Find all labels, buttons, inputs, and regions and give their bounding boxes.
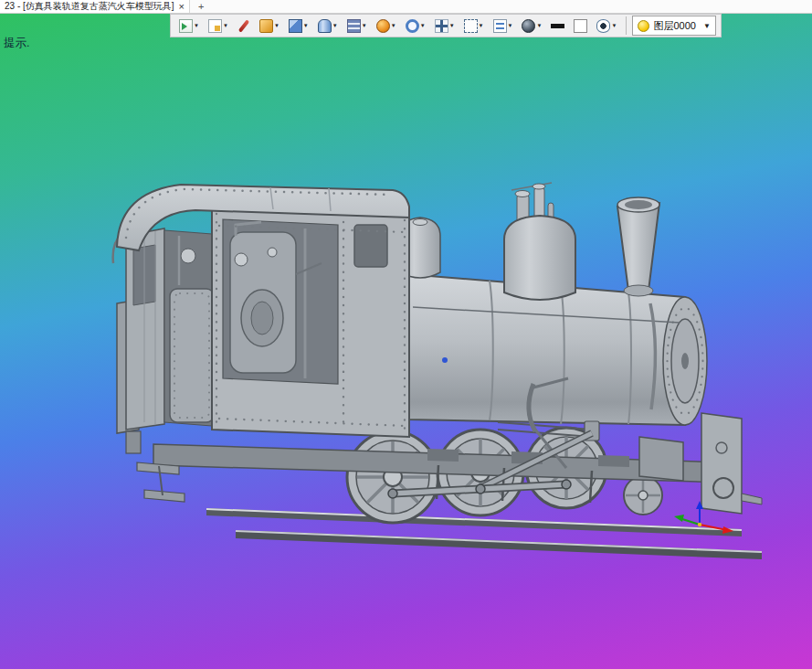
new-tab-button[interactable]: + bbox=[190, 1, 212, 12]
line-width-icon bbox=[551, 24, 564, 28]
line-width-button[interactable] bbox=[547, 17, 568, 35]
locomotive-3d-model[interactable] bbox=[0, 0, 812, 669]
chevron-down-icon[interactable]: ▼ bbox=[391, 23, 396, 28]
toolbar: ▼ ▼ ▼ ▼ ▼ ▼ ▼ ▼ ▼ ▼ ▼ ▼ ▼ 图层0000 ▼ bbox=[170, 14, 722, 37]
save-file-icon bbox=[208, 19, 222, 33]
work-plane-button[interactable]: ▼ bbox=[490, 17, 517, 35]
selection-box-icon bbox=[464, 19, 478, 33]
app-window: 23 - [仿真具装轨道复古蒸汽火车模型玩具] × + 提示. ▼ ▼ ▼ ▼ … bbox=[0, 0, 812, 669]
work-plane-icon bbox=[493, 19, 507, 33]
visibility-button[interactable]: ▼ bbox=[593, 17, 620, 35]
document-tab[interactable]: 23 - [仿真具装轨道复古蒸汽火车模型玩具] × bbox=[0, 0, 190, 13]
material-sphere-button[interactable]: ▼ bbox=[373, 17, 400, 35]
sketch-pen-icon bbox=[238, 19, 249, 32]
tab-title: 23 - [仿真具装轨道复古蒸汽火车模型玩具] bbox=[5, 0, 174, 13]
save-file-button[interactable]: ▼ bbox=[205, 17, 232, 35]
chevron-down-icon[interactable]: ▼ bbox=[536, 23, 542, 28]
circle-tool-button[interactable]: ▼ bbox=[402, 17, 429, 35]
layer-selector[interactable]: 图层0000 ▼ bbox=[632, 16, 715, 36]
render-mode-button[interactable]: ▼ bbox=[518, 17, 545, 35]
toolbar-separator bbox=[626, 16, 627, 35]
solid-cylinder-icon bbox=[318, 19, 332, 33]
layers-button[interactable]: ▼ bbox=[343, 17, 371, 35]
steam-dome[interactable] bbox=[504, 183, 575, 300]
open-file-icon bbox=[179, 19, 193, 33]
render-mode-icon bbox=[522, 19, 535, 33]
chevron-down-icon[interactable]: ▼ bbox=[611, 23, 617, 28]
circle-tool-icon bbox=[406, 19, 419, 33]
chevron-down-icon[interactable]: ▼ bbox=[332, 23, 338, 28]
move-tool-button[interactable]: ▼ bbox=[431, 17, 459, 35]
solid-cube-button[interactable]: ▼ bbox=[285, 17, 312, 35]
chevron-down-icon[interactable]: ▼ bbox=[420, 23, 426, 28]
solid-cube-icon bbox=[289, 19, 302, 33]
layers-icon bbox=[347, 19, 361, 33]
color-swatch-button[interactable] bbox=[570, 17, 591, 35]
fill-style-icon bbox=[259, 19, 273, 33]
chevron-down-icon[interactable]: ▼ bbox=[703, 22, 711, 30]
chevron-down-icon[interactable]: ▼ bbox=[479, 23, 484, 28]
color-swatch-icon bbox=[574, 19, 587, 33]
fill-style-button[interactable]: ▼ bbox=[256, 17, 283, 35]
chevron-down-icon[interactable]: ▼ bbox=[223, 23, 228, 28]
rail-near[interactable] bbox=[236, 530, 762, 559]
close-tab-icon[interactable]: × bbox=[179, 1, 185, 12]
visibility-eye-icon bbox=[596, 19, 610, 33]
material-sphere-icon bbox=[376, 19, 390, 33]
hint-text: 提示. bbox=[4, 36, 29, 51]
layer-selector-value: 图层0000 bbox=[653, 19, 695, 33]
selection-box-button[interactable]: ▼ bbox=[460, 17, 488, 35]
sketch-pen-button[interactable] bbox=[234, 17, 254, 35]
chevron-down-icon[interactable]: ▼ bbox=[508, 23, 513, 28]
solid-cylinder-button[interactable]: ▼ bbox=[314, 17, 342, 35]
lightbulb-icon bbox=[638, 20, 649, 32]
chevron-down-icon[interactable]: ▼ bbox=[449, 23, 455, 28]
open-file-button[interactable]: ▼ bbox=[175, 17, 203, 35]
move-tool-icon bbox=[435, 19, 448, 33]
chevron-down-icon[interactable]: ▼ bbox=[362, 23, 367, 28]
chevron-down-icon[interactable]: ▼ bbox=[194, 23, 199, 28]
chevron-down-icon[interactable]: ▼ bbox=[303, 23, 309, 28]
chevron-down-icon[interactable]: ▼ bbox=[274, 23, 279, 28]
tab-bar: 23 - [仿真具装轨道复古蒸汽火车模型玩具] × + bbox=[0, 0, 812, 14]
